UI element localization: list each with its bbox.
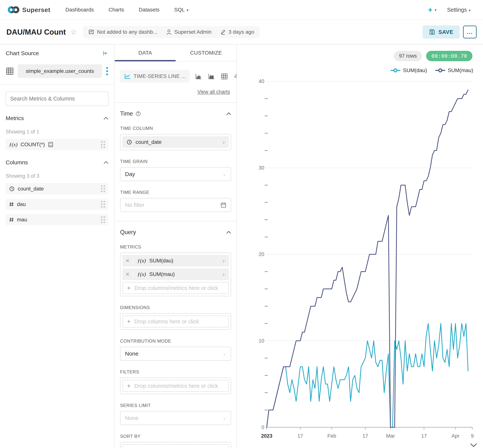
column-row-count_date[interactable]: count_date: [6, 183, 108, 194]
dashboards-added-status[interactable]: Not added to any dashb...: [88, 29, 157, 35]
remove-metric-icon[interactable]: ✕: [122, 272, 133, 277]
favorite-star-icon[interactable]: ☆: [70, 28, 77, 36]
metric-pill-sum-dau-[interactable]: ✕ƒ(x)SUM(dau)›: [122, 255, 229, 266]
dataset-options-icon[interactable]: [106, 66, 108, 76]
chevron-up-icon[interactable]: [104, 161, 108, 164]
divider: [115, 102, 236, 103]
metric-pill-sum-mau-[interactable]: ✕ƒ(x)SUM(mau)›: [122, 268, 229, 280]
big-number-4k-icon[interactable]: 4k: [234, 73, 237, 80]
svg-text:17: 17: [298, 433, 303, 439]
legend-item-sum-mau[interactable]: SUM(mau): [435, 67, 473, 73]
chevron-right-icon[interactable]: ›: [218, 139, 229, 145]
series-limit-label: SERIES LIMIT: [120, 403, 231, 408]
search-input[interactable]: [6, 91, 108, 106]
time-section-heading: Time: [120, 110, 141, 117]
calculator-icon: [48, 142, 53, 147]
chevron-up-icon[interactable]: [226, 231, 231, 234]
page-title: DAU/MAU Count: [6, 28, 66, 36]
plus-icon: +: [127, 447, 131, 448]
chevron-right-icon[interactable]: ›: [218, 271, 229, 278]
clock-icon: [9, 186, 15, 192]
time-column-value: count_date: [136, 139, 162, 145]
time-grain-select[interactable]: Day ⌄: [120, 167, 231, 181]
viz-type-selector[interactable]: TIME-SERIES LINE ...: [120, 70, 190, 83]
sort-by-control: + Drop a column/metric here or click: [120, 442, 231, 448]
svg-text:Mar: Mar: [386, 433, 395, 439]
dimensions-dropzone[interactable]: + Drop columns here or click: [122, 315, 229, 328]
chevron-down-icon: ⌄: [223, 351, 226, 356]
chart-owner[interactable]: Superset Admin: [166, 29, 212, 35]
chart-source-panel: Chart Source simple_example.user_counts: [0, 45, 114, 448]
metrics-dropzone[interactable]: + Drop columns/metrics here or click: [122, 282, 229, 294]
chart-canvas-area: 010203040202317Feb17Mar17Apr9 97 rows 00…: [237, 45, 483, 448]
plus-icon: +: [127, 383, 131, 390]
drag-handle-icon[interactable]: [101, 185, 105, 192]
chevron-down-icon: ⌄: [223, 416, 226, 421]
superset-brand[interactable]: Superset: [8, 6, 50, 14]
column-label: dau: [17, 201, 26, 207]
function-icon: ƒ(x): [137, 258, 146, 264]
drag-handle-icon[interactable]: [101, 141, 105, 148]
column-row-dau[interactable]: dau: [6, 199, 108, 210]
svg-text:30: 30: [259, 165, 264, 171]
plus-icon: +: [127, 318, 131, 325]
hash-icon: [9, 217, 14, 222]
collapse-panel-icon[interactable]: [102, 50, 108, 56]
nav-item-dashboards[interactable]: Dashboards: [65, 7, 94, 13]
metrics-label: METRICS: [120, 244, 231, 250]
columns-list: count_datedaumau: [6, 183, 108, 225]
svg-text:17: 17: [421, 433, 427, 439]
series-limit-select[interactable]: None ⌄: [120, 411, 231, 425]
chevron-up-icon[interactable]: [104, 117, 108, 120]
clock-icon: [127, 139, 132, 145]
table-icon[interactable]: [221, 73, 228, 80]
more-actions-button[interactable]: ...: [463, 26, 477, 38]
tab-customize[interactable]: CUSTOMIZE: [176, 45, 236, 61]
new-item-button[interactable]: +▾: [428, 6, 436, 14]
svg-text:Feb: Feb: [327, 433, 336, 439]
tab-data[interactable]: DATA: [115, 45, 176, 61]
svg-text:17: 17: [362, 433, 368, 439]
remove-metric-icon[interactable]: ✕: [122, 258, 133, 264]
edit-pencil-icon: [220, 29, 226, 35]
save-button[interactable]: SAVE: [423, 25, 460, 39]
nav-item-charts[interactable]: Charts: [108, 7, 124, 13]
dataset-table-icon: [6, 67, 14, 75]
row-count-badge: 97 rows: [394, 51, 422, 61]
user-icon: [166, 29, 172, 35]
nav-item-sql[interactable]: SQL▾: [174, 7, 188, 13]
drag-handle-icon[interactable]: [101, 216, 105, 223]
time-range-input[interactable]: No filter: [120, 198, 231, 212]
area-chart-icon[interactable]: [208, 73, 215, 80]
function-icon: ƒ(x): [9, 142, 17, 148]
metric-row-count[interactable]: ƒ(x) COUNT(*): [6, 139, 108, 150]
nav-item-datasets[interactable]: Datasets: [139, 7, 160, 13]
legend-marker-dau-icon: [391, 68, 400, 72]
bar-chart-icon[interactable]: [195, 73, 202, 80]
column-row-mau[interactable]: mau: [6, 214, 108, 225]
nav-links: Dashboards Charts Datasets SQL▾: [65, 7, 189, 13]
filters-dropzone[interactable]: + Drop columns/metrics here or click: [122, 380, 229, 392]
time-column-control[interactable]: count_date ›: [120, 134, 231, 150]
view-all-charts-link[interactable]: View all charts: [197, 89, 230, 95]
contribution-mode-label: CONTRIBUTION MODE: [120, 338, 231, 344]
contribution-mode-select[interactable]: None ⌄: [120, 347, 231, 361]
metric-label: COUNT(*): [21, 142, 45, 148]
chevron-up-icon[interactable]: [226, 112, 231, 115]
chart-source-heading: Chart Source: [6, 50, 39, 56]
chart-legend: SUM(dau) SUM(mau): [391, 67, 473, 73]
chevron-right-icon[interactable]: ›: [218, 257, 229, 264]
dataset-name[interactable]: simple_example.user_counts: [18, 64, 102, 78]
dimensions-label: DIMENSIONS: [120, 305, 231, 310]
last-modified[interactable]: 3 days ago: [220, 29, 254, 35]
sort-by-dropzone[interactable]: + Drop a column/metric here or click: [122, 444, 229, 448]
svg-text:2023: 2023: [261, 433, 272, 439]
timeseries-line-chart[interactable]: 010203040202317Feb17Mar17Apr9: [237, 45, 483, 448]
drag-handle-icon[interactable]: [101, 201, 105, 208]
brand-name: Superset: [22, 6, 50, 14]
legend-marker-mau-icon: [435, 68, 445, 72]
settings-menu[interactable]: Settings▾: [447, 7, 471, 13]
legend-item-sum-dau[interactable]: SUM(dau): [391, 67, 427, 73]
filters-control: + Drop columns/metrics here or click: [120, 378, 231, 394]
collapse-results-chevron-icon[interactable]: [470, 443, 477, 447]
